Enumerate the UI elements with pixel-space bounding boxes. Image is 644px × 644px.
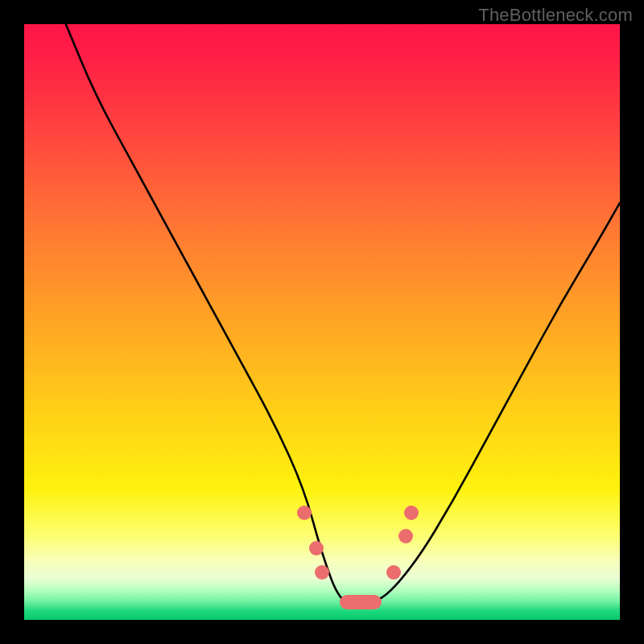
data-marker (398, 529, 413, 543)
data-marker (404, 506, 419, 520)
data-marker (309, 541, 324, 555)
frame-border (620, 0, 644, 644)
plot-area (24, 24, 620, 620)
chart-frame: TheBottleneck.com (0, 0, 644, 644)
data-marker (315, 565, 329, 580)
frame-border (0, 620, 644, 644)
data-marker (297, 506, 312, 520)
flat-region-marker (340, 595, 382, 609)
data-marker (386, 565, 401, 580)
marker-layer (24, 24, 620, 620)
frame-border (0, 0, 24, 644)
watermark-label: TheBottleneck.com (478, 5, 633, 26)
